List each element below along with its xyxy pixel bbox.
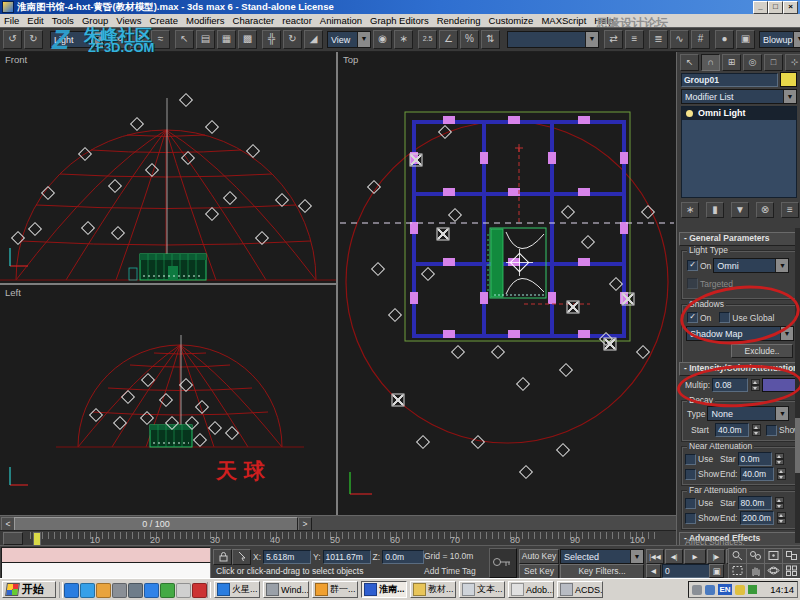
panel-scrollbar-thumb[interactable] xyxy=(795,418,800,473)
spinner-snap-icon[interactable]: ⇅ xyxy=(481,30,500,49)
tab-motion[interactable]: ◎ xyxy=(743,54,762,71)
arc-rotate-button[interactable] xyxy=(764,563,783,579)
key-mode-toggle[interactable]: ◄ xyxy=(646,564,661,578)
omni-light-marker[interactable] xyxy=(145,163,159,177)
undo-icon[interactable]: ↺ xyxy=(3,30,22,49)
tray-app-icon[interactable] xyxy=(705,585,715,595)
omni-light-marker[interactable] xyxy=(609,277,623,291)
select-object-icon[interactable]: ↖ xyxy=(175,30,194,49)
tray-app-icon[interactable] xyxy=(735,585,745,595)
minimize-button[interactable]: _ xyxy=(753,1,768,14)
tab-utilities[interactable]: ⊹ xyxy=(785,54,800,71)
go-start-button[interactable]: |◀◀ xyxy=(646,549,664,564)
shadows-on-checkbox[interactable]: ✓ xyxy=(687,312,698,323)
quick-launch-icon-8[interactable] xyxy=(176,583,191,598)
set-key-mode-button[interactable] xyxy=(489,548,517,578)
omni-light-marker[interactable] xyxy=(516,377,530,391)
material-editor-icon[interactable]: ● xyxy=(715,30,734,49)
z-coordinate-field[interactable]: 0.0m xyxy=(382,550,424,564)
omni-light-marker[interactable] xyxy=(298,199,312,213)
time-slider-left-arrow[interactable]: < xyxy=(1,517,15,531)
viewport-label-top[interactable]: Top xyxy=(343,54,358,65)
omni-light-marker-selected[interactable] xyxy=(410,154,423,167)
percent-snap-icon[interactable]: % xyxy=(460,30,479,49)
omni-light-marker[interactable] xyxy=(195,400,209,414)
omni-light-marker[interactable] xyxy=(205,207,219,221)
track-bar[interactable]: 102030405060708090100 xyxy=(0,530,676,545)
omni-light-marker[interactable] xyxy=(89,408,103,422)
taskbar-task-6[interactable]: 文本... xyxy=(459,581,505,598)
omni-light-marker[interactable] xyxy=(111,226,125,240)
decay-start-spinner[interactable] xyxy=(752,424,761,436)
auto-key-button[interactable]: Auto Key xyxy=(519,549,559,564)
key-selection-dropdown[interactable]: Selected ▼ xyxy=(560,549,644,564)
menu-create[interactable]: Create xyxy=(145,15,182,26)
multiplier-spinner[interactable] xyxy=(751,379,760,391)
select-move-icon[interactable]: ╬ xyxy=(262,30,281,49)
omni-light-marker[interactable] xyxy=(130,117,144,131)
menu-reactor[interactable]: reactor xyxy=(278,15,316,26)
quick-launch-icon-5[interactable] xyxy=(128,583,143,598)
close-button[interactable]: × xyxy=(783,1,798,14)
viewport-label-left[interactable]: Left xyxy=(5,287,21,298)
quick-launch-icon-3[interactable] xyxy=(96,583,111,598)
omni-light-marker[interactable] xyxy=(581,235,595,249)
light-color-swatch[interactable] xyxy=(762,378,798,392)
modifier-list-dropdown[interactable]: Modifier List ▼ xyxy=(681,89,797,104)
rect-selection-region-icon[interactable]: ▦ xyxy=(217,30,236,49)
quick-launch-icon-4[interactable] xyxy=(112,583,127,598)
render-scene-icon[interactable]: ▣ xyxy=(736,30,755,49)
menu-modifiers[interactable]: Modifiers xyxy=(182,15,229,26)
clock[interactable]: 14:14 xyxy=(770,584,794,595)
mirror-icon[interactable]: ⇄ xyxy=(604,30,623,49)
y-coordinate-field[interactable]: 1011.67m xyxy=(323,550,371,564)
object-name-field[interactable]: Group01 xyxy=(681,73,778,87)
use-global-checkbox[interactable] xyxy=(719,312,730,323)
bind-spacewarp-icon[interactable]: ≈ xyxy=(151,30,170,49)
min-max-toggle-button[interactable] xyxy=(782,563,800,579)
viewport-left[interactable]: Left 天球 xyxy=(0,285,336,515)
maxscript-listener-pink[interactable] xyxy=(1,547,211,563)
menu-help[interactable]: Help xyxy=(590,15,618,26)
decay-show-checkbox[interactable] xyxy=(766,425,777,436)
remove-modifier-icon[interactable]: ⊗ xyxy=(756,202,774,218)
show-end-result-icon[interactable]: ▮ xyxy=(706,202,724,218)
taskbar-task-3[interactable]: 群一... xyxy=(312,581,358,598)
shadow-type-dropdown[interactable]: Shadow Map ▼ xyxy=(686,326,794,341)
omni-light-marker[interactable] xyxy=(275,193,289,207)
next-frame-button[interactable]: |▶ xyxy=(707,549,725,564)
omni-light-marker[interactable] xyxy=(225,426,239,440)
omni-light-marker[interactable] xyxy=(388,308,402,322)
x-coordinate-field[interactable]: 5.618m xyxy=(263,550,311,564)
omni-light-marker[interactable] xyxy=(636,345,650,359)
omni-light-marker[interactable] xyxy=(448,208,462,222)
select-scale-icon[interactable]: ◢ xyxy=(304,30,323,49)
absolute-offset-toggle[interactable] xyxy=(232,549,251,565)
targeted-checkbox[interactable] xyxy=(687,278,698,289)
taskbar-task-1[interactable]: 火星... xyxy=(214,581,260,598)
omni-light-marker[interactable] xyxy=(78,147,92,161)
taskbar-task-5[interactable]: 教材... xyxy=(410,581,456,598)
omni-light-marker[interactable] xyxy=(491,345,505,359)
omni-light-marker[interactable] xyxy=(28,222,42,236)
omni-light-marker[interactable] xyxy=(193,433,207,447)
zoom-extents-all-button[interactable] xyxy=(782,548,800,564)
pan-button[interactable] xyxy=(746,563,765,579)
omni-light-marker[interactable] xyxy=(41,186,55,200)
light-type-dropdown[interactable]: Omni ▼ xyxy=(713,258,789,273)
layer-manager-icon[interactable]: ≣ xyxy=(649,30,668,49)
quick-launch-icon-2[interactable] xyxy=(80,583,95,598)
key-filters-button[interactable]: Key Filters... xyxy=(560,564,644,579)
quick-launch-icon-7[interactable] xyxy=(160,583,175,598)
region-zoom-button[interactable] xyxy=(728,563,747,579)
quick-launch-icon-1[interactable] xyxy=(64,583,79,598)
quick-launch-icon-9[interactable] xyxy=(192,583,207,598)
zoom-extents-button[interactable] xyxy=(764,548,783,564)
omni-light-marker[interactable] xyxy=(140,411,154,425)
near-start-field[interactable]: 0.0m xyxy=(738,452,772,466)
curve-editor-icon[interactable]: ∿ xyxy=(670,30,689,49)
far-start-field[interactable]: 80.0m xyxy=(738,496,772,510)
omni-light-marker[interactable] xyxy=(416,435,430,449)
maximize-button[interactable]: □ xyxy=(768,1,783,14)
omni-light-marker[interactable] xyxy=(519,465,533,479)
